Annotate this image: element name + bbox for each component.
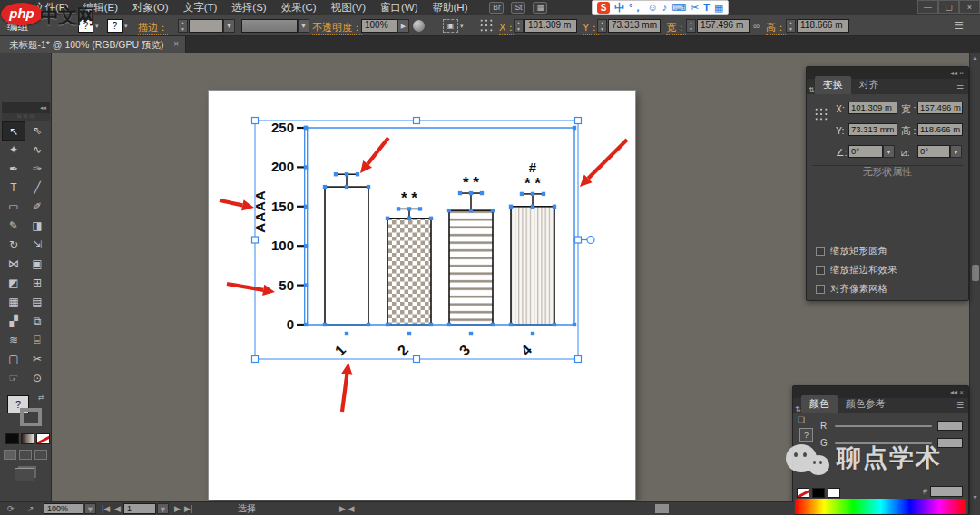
opacity-field[interactable]: 100% [361, 19, 397, 33]
reference-point-grid[interactable] [814, 107, 828, 121]
panel-cycle-icon[interactable]: ⇅ [808, 86, 815, 94]
last-artboard-icon[interactable]: ▶| [184, 503, 192, 514]
width-profile-field[interactable] [241, 19, 298, 33]
first-artboard-icon[interactable]: |◀ [102, 503, 110, 514]
artboard-dropdown[interactable]: ▼ [157, 503, 169, 514]
perspective-grid-tool[interactable]: ⊞ [25, 274, 49, 293]
tab-transform[interactable]: 变换 [815, 76, 851, 94]
hand-tool[interactable]: ☞ [2, 369, 25, 388]
checkbox[interactable] [816, 266, 825, 275]
type-tool[interactable]: T [2, 179, 25, 198]
hex-field[interactable] [930, 486, 963, 497]
height-field[interactable]: 118.666 m [917, 123, 963, 136]
scroll-down-icon[interactable]: ▼ [972, 494, 978, 500]
color-button[interactable] [5, 433, 19, 444]
soft-keyboard-icon[interactable]: ⌨ [671, 1, 686, 14]
close-button[interactable]: × [959, 0, 980, 14]
width-profile-dropdown[interactable]: ▼ [298, 19, 309, 33]
fill-stroke-mini-icon[interactable]: ❏ [798, 415, 805, 424]
stroke-width-field[interactable] [189, 19, 223, 33]
draw-behind-icon[interactable] [19, 450, 32, 460]
chevron-down-icon[interactable]: ▾ [460, 23, 464, 30]
white-swatch[interactable] [828, 488, 840, 498]
mesh-tool[interactable]: ▦ [2, 293, 25, 312]
magic-wand-tool[interactable]: ✦ [2, 141, 25, 160]
draw-normal-icon[interactable] [4, 450, 16, 460]
menu-item[interactable]: 窗口(W) [373, 0, 426, 15]
panel-cycle-icon[interactable]: ⇅ [795, 405, 801, 413]
x-coordinate-field[interactable]: 101.309 m [524, 19, 577, 33]
control-panel-menu-icon[interactable]: ☰ [955, 20, 964, 32]
select-similar-icon[interactable]: ▣ [443, 19, 458, 33]
paintbrush-tool[interactable]: ✐ [25, 198, 49, 217]
pen-tool[interactable]: ✒ [2, 160, 25, 179]
restore-button[interactable]: ▢ [938, 0, 959, 14]
checkbox[interactable] [816, 285, 825, 294]
channel-slider[interactable] [835, 442, 932, 444]
free-transform-tool[interactable]: ▣ [25, 255, 49, 274]
arrange-documents-icon[interactable]: ▦ [533, 2, 547, 14]
eyedropper-tool[interactable]: ▞ [2, 312, 25, 331]
screenshot-icon[interactable]: ✂ [691, 1, 699, 14]
channel-value-field[interactable] [937, 421, 963, 431]
close-icon[interactable]: × [167, 36, 185, 53]
swap-fill-stroke-icon[interactable]: ⇄ [38, 394, 44, 402]
next-artboard-icon[interactable]: ▶ [174, 503, 181, 514]
scrollbar-thumb[interactable] [972, 265, 979, 281]
slice-tool[interactable]: ✂ [25, 350, 49, 369]
width-field[interactable]: 157.496 m [697, 19, 750, 33]
stroke-width-dropdown[interactable]: ▼ [223, 19, 235, 33]
blend-tool[interactable]: ⧉ [25, 312, 49, 331]
menu-item[interactable]: 选择(S) [224, 0, 273, 15]
pencil-tool[interactable]: ✎ [2, 217, 25, 236]
constrain-proportions-icon[interactable]: ∞ [753, 21, 760, 31]
curvature-tool[interactable]: ✑ [25, 160, 49, 179]
menu-item[interactable]: 编辑(E) [76, 0, 125, 15]
panel-menu-icon[interactable]: ☰ [956, 82, 964, 91]
selection-tool[interactable]: ↖ [2, 121, 25, 141]
opacity-link[interactable]: 不透明度： [312, 21, 362, 35]
height-field[interactable]: 118.666 m [797, 19, 849, 33]
none-button[interactable] [36, 433, 50, 444]
scale-tool[interactable]: ⇲ [25, 236, 49, 255]
column-graph-tool[interactable]: ⌸ [25, 331, 49, 350]
chevron-down-icon[interactable]: ▾ [124, 23, 128, 30]
scroll-up-icon[interactable]: ▲ [972, 54, 978, 61]
export-icon[interactable]: ↗ [27, 503, 34, 514]
minimize-button[interactable]: — [917, 0, 938, 14]
menu-item[interactable]: 对象(O) [125, 0, 176, 15]
collapse-icon[interactable]: ◂◂ [950, 388, 957, 396]
black-swatch[interactable] [812, 488, 825, 498]
rectangle-tool[interactable]: ▭ [2, 198, 25, 217]
menu-item[interactable]: 视图(V) [324, 0, 373, 15]
width-label[interactable]: 宽： [666, 21, 686, 35]
eraser-tool[interactable]: ◨ [25, 217, 49, 236]
width-field[interactable]: 157.496 m [917, 102, 963, 114]
close-icon[interactable]: × [959, 388, 964, 396]
rotate-field[interactable]: 0° [848, 145, 883, 158]
emoji-icon[interactable]: ☺ [647, 1, 657, 14]
stroke-swatch[interactable] [20, 408, 42, 426]
voice-input-icon[interactable]: ♪ [662, 1, 668, 14]
x-stepper[interactable]: ▲▼ [514, 19, 524, 33]
tab-color-guide[interactable]: 颜色参考 [838, 395, 894, 413]
height-stepper[interactable]: ▲▼ [786, 19, 796, 33]
document-tab[interactable]: 未标题-1* @ 100% (RGB/GPU 预览) × [0, 36, 186, 53]
menu-item[interactable]: 文件(F) [27, 0, 76, 15]
stroke-width-stepper[interactable]: ▲▼ [178, 19, 188, 33]
shear-dropdown[interactable]: ▼ [950, 145, 962, 158]
direct-selection-tool[interactable]: ⇖ [25, 121, 49, 141]
shear-field[interactable]: 0° [917, 145, 950, 158]
chart-canvas[interactable]: 1* *2* *3* *#4050100150200250AAAA [209, 91, 635, 500]
channel-value-field[interactable] [937, 438, 963, 448]
checkbox[interactable] [816, 247, 825, 256]
horizontal-scrollbar-thumb[interactable] [655, 504, 669, 513]
recolor-artwork-icon[interactable] [413, 20, 425, 32]
status-arrows[interactable]: ▶ ◀ [339, 503, 354, 514]
toolbox-icon[interactable]: ▦ [714, 1, 723, 14]
lasso-tool[interactable]: ∿ [25, 141, 49, 160]
menu-item[interactable]: 效果(C) [274, 0, 324, 15]
prev-artboard-icon[interactable]: ◀ [114, 503, 121, 514]
reference-point-grid[interactable] [479, 18, 494, 33]
fill-color-swatch[interactable]: ? [78, 19, 93, 33]
